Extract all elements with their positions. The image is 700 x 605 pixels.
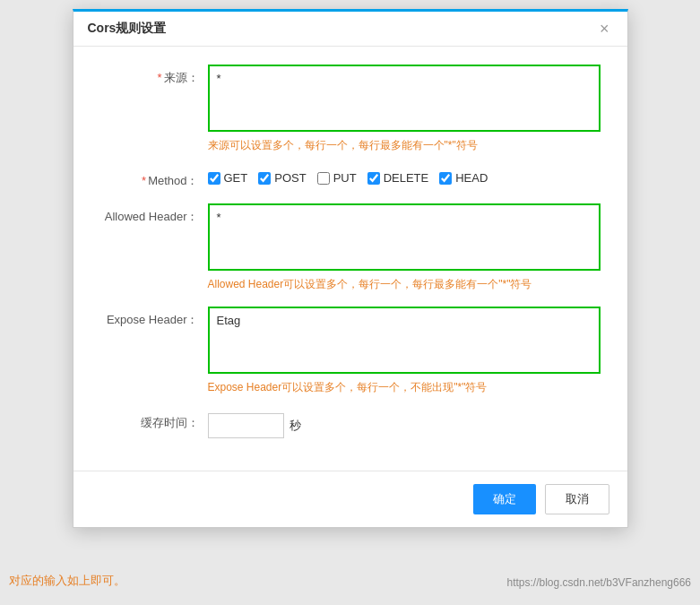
checkbox-put[interactable]: [317, 172, 330, 185]
checkbox-post[interactable]: [258, 172, 271, 185]
method-post[interactable]: POST: [258, 171, 306, 185]
allowed-header-content: * Allowed Header可以设置多个，每行一个，每行最多能有一个"*"符…: [208, 203, 601, 292]
checkbox-head[interactable]: [439, 172, 452, 185]
page-background: Cors规则设置 × *来源： * 来源可以设置多个，每行一个，每行最多能有一个…: [0, 0, 700, 605]
method-content: GET POST PUT DELETE: [208, 168, 601, 185]
source-row: *来源： * 来源可以设置多个，每行一个，每行最多能有一个"*"符号: [100, 65, 601, 153]
dialog-header: Cors规则设置 ×: [73, 12, 627, 47]
expose-header-content: Etag Expose Header可以设置多个，每行一个，不能出现"*"符号: [208, 307, 601, 395]
expose-header-label: Expose Header：: [100, 307, 208, 328]
cache-time-row: 缓存时间： 秒: [100, 410, 601, 438]
dialog-overlay: Cors规则设置 × *来源： * 来源可以设置多个，每行一个，每行最多能有一个…: [0, 0, 700, 605]
required-star: *: [157, 71, 161, 84]
allowed-header-hint: Allowed Header可以设置多个，每行一个，每行最多能有一个"*"符号: [208, 277, 601, 292]
allowed-header-label: Allowed Header：: [100, 203, 208, 225]
cache-time-content: 秒: [208, 410, 601, 438]
method-row: *Method： GET POST PUT: [100, 168, 601, 189]
close-button[interactable]: ×: [596, 21, 613, 37]
dialog-footer: 确定 取消: [73, 471, 627, 527]
method-options: GET POST PUT DELETE: [208, 168, 601, 185]
allowed-header-textarea[interactable]: *: [208, 203, 601, 271]
expose-header-row: Expose Header： Etag Expose Header可以设置多个，…: [100, 307, 601, 395]
bottom-text: 对应的输入如上即可。: [9, 573, 125, 589]
cache-time-label: 缓存时间：: [100, 410, 208, 431]
expose-header-hint: Expose Header可以设置多个，每行一个，不能出现"*"符号: [208, 380, 601, 395]
method-head[interactable]: HEAD: [439, 171, 488, 185]
source-hint: 来源可以设置多个，每行一个，每行最多能有一个"*"符号: [208, 138, 601, 153]
cache-unit: 秒: [290, 418, 301, 434]
expose-header-textarea[interactable]: Etag: [208, 307, 601, 374]
cache-input-row: 秒: [208, 410, 601, 438]
method-put[interactable]: PUT: [317, 171, 357, 185]
cache-time-input[interactable]: [208, 413, 284, 438]
cancel-button[interactable]: 取消: [545, 484, 609, 514]
method-label: *Method：: [100, 168, 208, 189]
method-get[interactable]: GET: [208, 171, 248, 185]
required-star-method: *: [142, 174, 146, 187]
dialog-body: *来源： * 来源可以设置多个，每行一个，每行最多能有一个"*"符号 *Meth…: [73, 47, 627, 471]
cors-dialog: Cors规则设置 × *来源： * 来源可以设置多个，每行一个，每行最多能有一个…: [73, 9, 628, 528]
bottom-link: https://blog.csdn.net/b3VFanzheng666: [507, 576, 691, 589]
confirm-button[interactable]: 确定: [473, 484, 536, 514]
source-label: *来源：: [100, 65, 208, 86]
checkbox-delete[interactable]: [367, 172, 380, 185]
checkbox-get[interactable]: [208, 172, 220, 185]
dialog-title: Cors规则设置: [88, 21, 167, 37]
source-content: * 来源可以设置多个，每行一个，每行最多能有一个"*"符号: [208, 65, 601, 153]
allowed-header-row: Allowed Header： * Allowed Header可以设置多个，每…: [100, 203, 601, 292]
method-delete[interactable]: DELETE: [367, 171, 429, 185]
source-textarea[interactable]: *: [208, 65, 601, 132]
